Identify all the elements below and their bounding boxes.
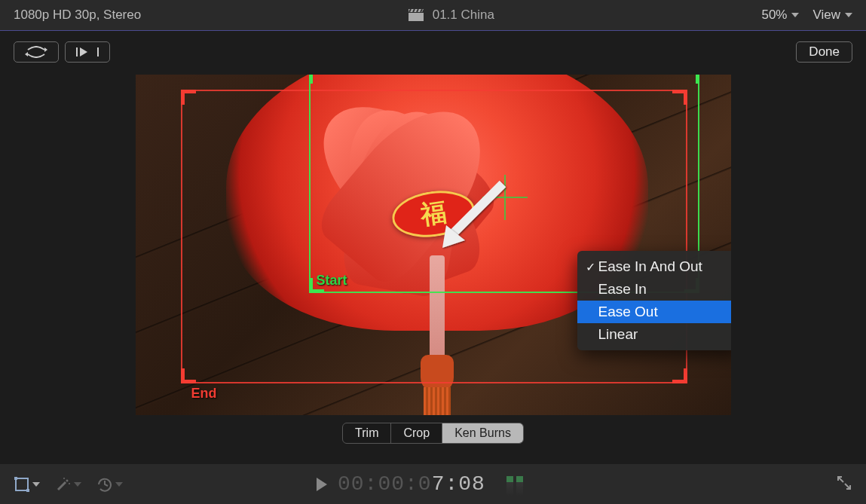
chevron-down-icon: [791, 13, 799, 17]
audio-meter-right: [516, 476, 523, 496]
svg-rect-0: [76, 47, 78, 57]
menu-item-linear[interactable]: Linear: [577, 323, 731, 346]
menu-item-label: Ease In: [598, 281, 647, 298]
transform-tool-dropdown[interactable]: [14, 476, 40, 493]
timecode-display[interactable]: 00:00:07:08: [338, 472, 485, 496]
play-button[interactable]: [317, 478, 327, 491]
easing-context-menu: ✓ Ease In And Out Ease In Ease Out Linea…: [577, 251, 731, 350]
enhance-tool-dropdown[interactable]: [55, 476, 81, 493]
menu-item-ease-in[interactable]: Ease In: [577, 278, 731, 301]
resize-handle[interactable]: [672, 368, 687, 383]
preview-play-button[interactable]: [65, 41, 110, 63]
mode-trim[interactable]: Trim: [343, 423, 391, 443]
mode-crop[interactable]: Crop: [391, 423, 442, 443]
svg-point-7: [66, 479, 69, 481]
menu-item-label: Ease Out: [598, 304, 658, 320]
format-label: 1080p HD 30p, Stereo: [14, 8, 141, 23]
menu-item-ease-out[interactable]: Ease Out: [577, 301, 731, 323]
chevron-down-icon: [74, 482, 81, 487]
chevron-down-icon: [115, 482, 123, 487]
menu-item-label: Linear: [598, 326, 638, 343]
zoom-dropdown[interactable]: 50%: [761, 8, 799, 23]
clip-title-group: 01.1 China: [141, 8, 761, 23]
retime-tool-dropdown[interactable]: [96, 476, 123, 493]
lantern-decor: [424, 387, 451, 415]
audio-meters[interactable]: [506, 473, 523, 496]
fullscreen-button[interactable]: [836, 475, 852, 494]
timecode-dim: 00:00:0: [338, 472, 432, 496]
resize-handle[interactable]: [181, 90, 196, 105]
svg-rect-4: [16, 478, 28, 490]
resize-handle[interactable]: [309, 75, 324, 84]
chevron-down-icon: [845, 13, 852, 17]
menu-item-label: Ease In And Out: [598, 258, 702, 275]
viewer-area: End Start ✓ Ease In And Out: [0, 67, 866, 464]
bottom-toolbar: 00:00:07:08: [0, 464, 866, 504]
end-frame-label: End: [191, 386, 217, 402]
svg-point-9: [63, 478, 65, 479]
resize-handle[interactable]: [181, 368, 196, 383]
zoom-value: 50%: [761, 8, 787, 23]
mode-ken-burns[interactable]: Ken Burns: [442, 423, 523, 443]
start-frame-label: Start: [317, 273, 347, 289]
svg-rect-1: [97, 47, 99, 57]
checkmark-icon: ✓: [583, 260, 598, 274]
timecode-bright: 7:08: [432, 472, 485, 496]
audio-meter-left: [506, 476, 513, 496]
view-dropdown[interactable]: View: [812, 8, 852, 23]
svg-rect-5: [14, 477, 17, 480]
viewer-toolbar: Done: [0, 31, 866, 67]
clapperboard-icon: [409, 9, 424, 21]
viewer-header: 1080p HD 30p, Stereo 01.1 China 50% View: [0, 0, 866, 31]
view-label: View: [812, 8, 840, 23]
chevron-down-icon: [32, 482, 40, 487]
crop-mode-segmented-control: Trim Crop Ken Burns: [342, 423, 524, 444]
clip-name: 01.1 China: [433, 8, 494, 23]
done-button[interactable]: Done: [796, 41, 852, 63]
playback-controls: 00:00:07:08: [317, 472, 523, 496]
svg-point-8: [69, 483, 70, 484]
swap-start-end-button[interactable]: [14, 41, 59, 63]
viewer-canvas[interactable]: End Start ✓ Ease In And Out: [136, 75, 731, 415]
svg-rect-6: [26, 489, 29, 492]
resize-handle[interactable]: [684, 75, 699, 84]
crosshair-icon: [482, 175, 528, 220]
menu-item-ease-in-and-out[interactable]: ✓ Ease In And Out: [577, 255, 731, 278]
